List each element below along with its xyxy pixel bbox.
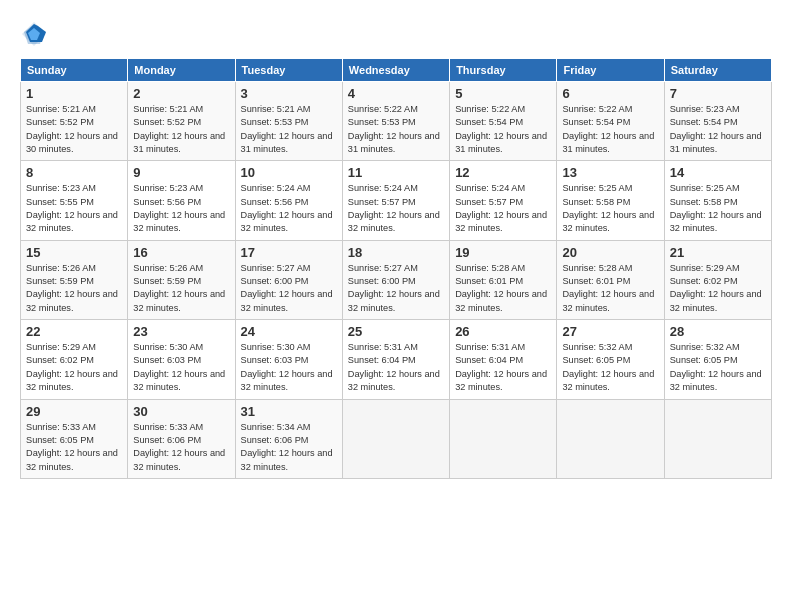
day-info: Sunrise: 5:25 AMSunset: 5:58 PMDaylight:… xyxy=(562,182,658,235)
day-number: 20 xyxy=(562,245,658,260)
calendar-cell: 3Sunrise: 5:21 AMSunset: 5:53 PMDaylight… xyxy=(235,82,342,161)
calendar-cell: 27Sunrise: 5:32 AMSunset: 6:05 PMDayligh… xyxy=(557,320,664,399)
calendar-cell: 1Sunrise: 5:21 AMSunset: 5:52 PMDaylight… xyxy=(21,82,128,161)
calendar-cell: 28Sunrise: 5:32 AMSunset: 6:05 PMDayligh… xyxy=(664,320,771,399)
day-number: 24 xyxy=(241,324,337,339)
day-info: Sunrise: 5:24 AMSunset: 5:56 PMDaylight:… xyxy=(241,182,337,235)
day-info: Sunrise: 5:24 AMSunset: 5:57 PMDaylight:… xyxy=(455,182,551,235)
day-number: 4 xyxy=(348,86,444,101)
day-info: Sunrise: 5:24 AMSunset: 5:57 PMDaylight:… xyxy=(348,182,444,235)
day-info: Sunrise: 5:21 AMSunset: 5:53 PMDaylight:… xyxy=(241,103,337,156)
calendar-cell xyxy=(664,399,771,478)
calendar-cell: 18Sunrise: 5:27 AMSunset: 6:00 PMDayligh… xyxy=(342,240,449,319)
day-number: 26 xyxy=(455,324,551,339)
day-number: 12 xyxy=(455,165,551,180)
day-info: Sunrise: 5:23 AMSunset: 5:54 PMDaylight:… xyxy=(670,103,766,156)
calendar-week-row: 1Sunrise: 5:21 AMSunset: 5:52 PMDaylight… xyxy=(21,82,772,161)
calendar-week-row: 29Sunrise: 5:33 AMSunset: 6:05 PMDayligh… xyxy=(21,399,772,478)
day-info: Sunrise: 5:25 AMSunset: 5:58 PMDaylight:… xyxy=(670,182,766,235)
calendar-cell xyxy=(342,399,449,478)
day-info: Sunrise: 5:31 AMSunset: 6:04 PMDaylight:… xyxy=(455,341,551,394)
day-number: 5 xyxy=(455,86,551,101)
calendar-cell: 10Sunrise: 5:24 AMSunset: 5:56 PMDayligh… xyxy=(235,161,342,240)
calendar-cell: 31Sunrise: 5:34 AMSunset: 6:06 PMDayligh… xyxy=(235,399,342,478)
day-number: 31 xyxy=(241,404,337,419)
calendar-cell: 16Sunrise: 5:26 AMSunset: 5:59 PMDayligh… xyxy=(128,240,235,319)
day-number: 29 xyxy=(26,404,122,419)
day-info: Sunrise: 5:29 AMSunset: 6:02 PMDaylight:… xyxy=(26,341,122,394)
day-number: 30 xyxy=(133,404,229,419)
day-number: 8 xyxy=(26,165,122,180)
calendar-cell: 26Sunrise: 5:31 AMSunset: 6:04 PMDayligh… xyxy=(450,320,557,399)
calendar-cell: 7Sunrise: 5:23 AMSunset: 5:54 PMDaylight… xyxy=(664,82,771,161)
day-number: 19 xyxy=(455,245,551,260)
calendar-cell: 2Sunrise: 5:21 AMSunset: 5:52 PMDaylight… xyxy=(128,82,235,161)
day-number: 7 xyxy=(670,86,766,101)
calendar-cell: 20Sunrise: 5:28 AMSunset: 6:01 PMDayligh… xyxy=(557,240,664,319)
day-number: 27 xyxy=(562,324,658,339)
day-number: 23 xyxy=(133,324,229,339)
day-info: Sunrise: 5:30 AMSunset: 6:03 PMDaylight:… xyxy=(241,341,337,394)
calendar-cell xyxy=(557,399,664,478)
day-info: Sunrise: 5:27 AMSunset: 6:00 PMDaylight:… xyxy=(348,262,444,315)
calendar-cell: 5Sunrise: 5:22 AMSunset: 5:54 PMDaylight… xyxy=(450,82,557,161)
header xyxy=(20,18,772,48)
calendar-cell: 6Sunrise: 5:22 AMSunset: 5:54 PMDaylight… xyxy=(557,82,664,161)
day-number: 3 xyxy=(241,86,337,101)
day-info: Sunrise: 5:22 AMSunset: 5:53 PMDaylight:… xyxy=(348,103,444,156)
day-info: Sunrise: 5:21 AMSunset: 5:52 PMDaylight:… xyxy=(133,103,229,156)
weekday-header-saturday: Saturday xyxy=(664,59,771,82)
calendar-cell: 4Sunrise: 5:22 AMSunset: 5:53 PMDaylight… xyxy=(342,82,449,161)
day-info: Sunrise: 5:26 AMSunset: 5:59 PMDaylight:… xyxy=(26,262,122,315)
calendar-week-row: 8Sunrise: 5:23 AMSunset: 5:55 PMDaylight… xyxy=(21,161,772,240)
day-info: Sunrise: 5:28 AMSunset: 6:01 PMDaylight:… xyxy=(562,262,658,315)
day-info: Sunrise: 5:34 AMSunset: 6:06 PMDaylight:… xyxy=(241,421,337,474)
day-number: 25 xyxy=(348,324,444,339)
calendar-week-row: 22Sunrise: 5:29 AMSunset: 6:02 PMDayligh… xyxy=(21,320,772,399)
day-info: Sunrise: 5:33 AMSunset: 6:06 PMDaylight:… xyxy=(133,421,229,474)
calendar-cell: 30Sunrise: 5:33 AMSunset: 6:06 PMDayligh… xyxy=(128,399,235,478)
day-info: Sunrise: 5:29 AMSunset: 6:02 PMDaylight:… xyxy=(670,262,766,315)
calendar-cell: 14Sunrise: 5:25 AMSunset: 5:58 PMDayligh… xyxy=(664,161,771,240)
weekday-header-wednesday: Wednesday xyxy=(342,59,449,82)
day-info: Sunrise: 5:26 AMSunset: 5:59 PMDaylight:… xyxy=(133,262,229,315)
calendar-cell: 25Sunrise: 5:31 AMSunset: 6:04 PMDayligh… xyxy=(342,320,449,399)
calendar-cell: 29Sunrise: 5:33 AMSunset: 6:05 PMDayligh… xyxy=(21,399,128,478)
day-info: Sunrise: 5:23 AMSunset: 5:55 PMDaylight:… xyxy=(26,182,122,235)
calendar-cell: 23Sunrise: 5:30 AMSunset: 6:03 PMDayligh… xyxy=(128,320,235,399)
day-number: 13 xyxy=(562,165,658,180)
day-number: 1 xyxy=(26,86,122,101)
calendar-cell: 12Sunrise: 5:24 AMSunset: 5:57 PMDayligh… xyxy=(450,161,557,240)
day-number: 10 xyxy=(241,165,337,180)
calendar-week-row: 15Sunrise: 5:26 AMSunset: 5:59 PMDayligh… xyxy=(21,240,772,319)
day-info: Sunrise: 5:31 AMSunset: 6:04 PMDaylight:… xyxy=(348,341,444,394)
calendar-cell: 19Sunrise: 5:28 AMSunset: 6:01 PMDayligh… xyxy=(450,240,557,319)
calendar-cell: 24Sunrise: 5:30 AMSunset: 6:03 PMDayligh… xyxy=(235,320,342,399)
weekday-header-sunday: Sunday xyxy=(21,59,128,82)
logo xyxy=(20,18,52,48)
day-number: 14 xyxy=(670,165,766,180)
day-info: Sunrise: 5:28 AMSunset: 6:01 PMDaylight:… xyxy=(455,262,551,315)
day-number: 11 xyxy=(348,165,444,180)
calendar-cell: 11Sunrise: 5:24 AMSunset: 5:57 PMDayligh… xyxy=(342,161,449,240)
day-info: Sunrise: 5:32 AMSunset: 6:05 PMDaylight:… xyxy=(670,341,766,394)
calendar-cell: 8Sunrise: 5:23 AMSunset: 5:55 PMDaylight… xyxy=(21,161,128,240)
day-number: 18 xyxy=(348,245,444,260)
day-number: 22 xyxy=(26,324,122,339)
day-number: 17 xyxy=(241,245,337,260)
day-info: Sunrise: 5:23 AMSunset: 5:56 PMDaylight:… xyxy=(133,182,229,235)
day-info: Sunrise: 5:27 AMSunset: 6:00 PMDaylight:… xyxy=(241,262,337,315)
day-info: Sunrise: 5:22 AMSunset: 5:54 PMDaylight:… xyxy=(562,103,658,156)
weekday-header-friday: Friday xyxy=(557,59,664,82)
calendar-cell: 21Sunrise: 5:29 AMSunset: 6:02 PMDayligh… xyxy=(664,240,771,319)
weekday-header-thursday: Thursday xyxy=(450,59,557,82)
calendar-cell: 9Sunrise: 5:23 AMSunset: 5:56 PMDaylight… xyxy=(128,161,235,240)
day-info: Sunrise: 5:21 AMSunset: 5:52 PMDaylight:… xyxy=(26,103,122,156)
day-info: Sunrise: 5:22 AMSunset: 5:54 PMDaylight:… xyxy=(455,103,551,156)
logo-icon xyxy=(20,20,48,48)
weekday-header-tuesday: Tuesday xyxy=(235,59,342,82)
day-number: 9 xyxy=(133,165,229,180)
calendar-table: SundayMondayTuesdayWednesdayThursdayFrid… xyxy=(20,58,772,479)
calendar-cell: 22Sunrise: 5:29 AMSunset: 6:02 PMDayligh… xyxy=(21,320,128,399)
calendar-cell xyxy=(450,399,557,478)
